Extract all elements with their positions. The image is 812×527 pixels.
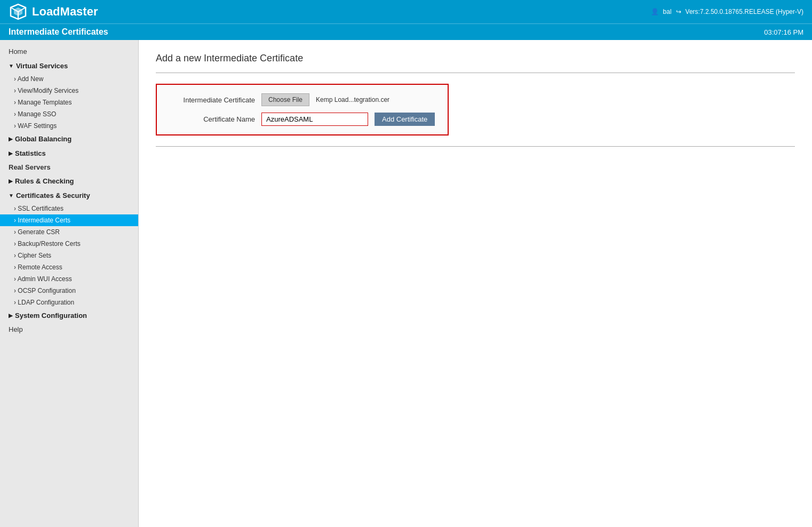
kemp-logo-icon	[9, 2, 28, 21]
sidebar-section-statistics[interactable]: ▶ Statistics	[0, 146, 138, 161]
sidebar-child-view-modify[interactable]: › View/Modify Services	[0, 85, 138, 97]
sidebar-child-waf-settings[interactable]: › WAF Settings	[0, 120, 138, 132]
sidebar-child-backup-restore[interactable]: › Backup/Restore Certs	[0, 238, 138, 250]
sidebar-section-certs[interactable]: ▼ Certificates & Security	[0, 188, 138, 203]
logout-icon[interactable]: ↪	[676, 8, 681, 15]
arrow-icon-sys: ▶	[9, 313, 13, 318]
arrow-icon-stats: ▶	[9, 150, 13, 156]
sidebar-section-rules[interactable]: ▶ Rules & Checking	[0, 174, 138, 188]
sidebar-section-system-config[interactable]: ▶ System Configuration	[0, 308, 138, 323]
sidebar-child-manage-sso[interactable]: › Manage SSO	[0, 108, 138, 120]
sidebar-item-real-servers[interactable]: Real Servers	[0, 161, 138, 174]
cert-file-label: Intermediate Certificate	[170, 96, 255, 104]
bottom-rule	[156, 146, 795, 147]
choose-file-button[interactable]: Choose File	[261, 93, 309, 106]
cert-name-input[interactable]	[261, 113, 368, 126]
header-right: 👤 bal ↪ Vers:7.2.50.0.18765.RELEASE (Hyp…	[651, 8, 803, 15]
sub-header: Intermediate Certificates 03:07:16 PM	[0, 23, 812, 40]
sidebar-item-help[interactable]: Help	[0, 323, 138, 336]
header-time: 03:07:16 PM	[764, 28, 803, 36]
sidebar-child-intermediate-certs[interactable]: › Intermediate Certs	[0, 214, 138, 226]
sys-label: System Configuration	[15, 312, 87, 320]
sidebar-child-manage-templates[interactable]: › Manage Templates	[0, 97, 138, 108]
top-rule	[156, 73, 795, 73]
sidebar-child-add-new[interactable]: › Add New	[0, 73, 138, 85]
sidebar-child-ocsp[interactable]: › OCSP Configuration	[0, 285, 138, 297]
sidebar-section-virtual-services[interactable]: ▼ Virtual Services	[0, 59, 138, 73]
file-name-display: Kemp Load...tegration.cer	[316, 96, 389, 103]
sidebar-child-remote-access[interactable]: › Remote Access	[0, 261, 138, 273]
arrow-icon-rules: ▶	[9, 178, 13, 184]
logo-area: LoadMaster	[9, 2, 98, 21]
cert-name-row: Certificate Name Add Certificate	[170, 113, 435, 126]
gb-label: Global Balancing	[15, 135, 71, 143]
sidebar-child-ssl-certs[interactable]: › SSL Certificates	[0, 203, 138, 214]
arrow-icon-vs: ▼	[9, 63, 14, 69]
certs-label: Certificates & Security	[16, 191, 90, 199]
sidebar-child-admin-wui[interactable]: › Admin WUI Access	[0, 273, 138, 285]
main-layout: Home ▼ Virtual Services › Add New › View…	[0, 40, 812, 527]
arrow-icon-certs: ▼	[9, 193, 14, 198]
cert-file-row: Intermediate Certificate Choose File Kem…	[170, 93, 435, 106]
header-left: LoadMaster	[9, 2, 98, 21]
logo-text: LoadMaster	[32, 5, 98, 19]
content-area: Add a new Intermediate Certificate Inter…	[139, 40, 812, 527]
arrow-icon-gb: ▶	[9, 136, 13, 142]
add-cert-form: Intermediate Certificate Choose File Kem…	[156, 84, 449, 135]
sidebar: Home ▼ Virtual Services › Add New › View…	[0, 40, 139, 527]
rules-label: Rules & Checking	[15, 177, 74, 185]
sidebar-child-generate-csr[interactable]: › Generate CSR	[0, 226, 138, 238]
sub-header-title: Intermediate Certificates	[9, 27, 108, 37]
add-certificate-button[interactable]: Add Certificate	[375, 113, 435, 126]
cert-name-label: Certificate Name	[170, 115, 255, 123]
sidebar-child-ldap[interactable]: › LDAP Configuration	[0, 297, 138, 308]
sidebar-item-home[interactable]: Home	[0, 44, 138, 59]
stats-label: Statistics	[15, 149, 46, 157]
sidebar-child-cipher-sets[interactable]: › Cipher Sets	[0, 250, 138, 261]
top-header: LoadMaster 👤 bal ↪ Vers:7.2.50.0.18765.R…	[0, 0, 812, 23]
version-text: Vers:7.2.50.0.18765.RELEASE (Hyper-V)	[686, 8, 803, 15]
sidebar-section-global-balancing[interactable]: ▶ Global Balancing	[0, 132, 138, 146]
user-icon: 👤	[651, 8, 659, 15]
vs-label: Virtual Services	[16, 62, 68, 70]
username: bal	[663, 8, 672, 15]
page-title: Add a new Intermediate Certificate	[156, 53, 795, 64]
